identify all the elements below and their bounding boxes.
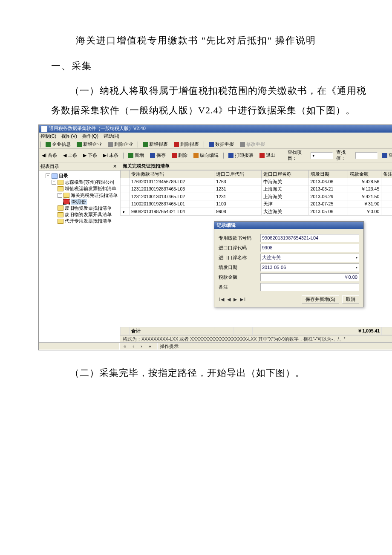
btn-first[interactable]: ◀Ⅰ 首条 — [40, 152, 58, 159]
toolbar-primary: 企业信息 新增企业 删除企业 新增报表 删除报表 数据申报 修改申报 — [39, 140, 392, 149]
tree-item[interactable]: 代开专用发票抵扣清单 — [65, 218, 112, 224]
col-marker — [121, 170, 130, 178]
table-row[interactable]: 123120130130137465-L021231上海海关2013-06-29… — [121, 193, 392, 200]
btn-last[interactable]: ▶Ⅰ 末条 — [102, 152, 120, 159]
menu-operate[interactable]: 操作(Q) — [82, 133, 98, 139]
x-icon — [174, 142, 179, 147]
btn-del-report[interactable]: 删除报表 — [173, 141, 200, 147]
dropdown-icon[interactable]: ▾ — [356, 256, 357, 260]
status-hint: 操作提示 — [158, 343, 392, 350]
btn-add-row[interactable]: 新增 — [127, 152, 145, 159]
input-port-name[interactable]: 大连海关▾ — [260, 254, 359, 262]
printer-icon — [228, 153, 233, 158]
screenshot-window: 通用税务数据采集软件（一般纳税人版）V2.40 控制(C) 视图(V) 操作(Q… — [38, 124, 392, 350]
menu-bar: 控制(C) 视图(V) 操作(Q) 帮助(H) — [39, 133, 392, 140]
dialog-title: 记录编辑 — [214, 222, 363, 229]
tree-item[interactable]: 海关完税凭证抵扣清单 — [71, 193, 118, 198]
col-port-name[interactable]: 进口口岸名称 — [261, 170, 308, 178]
input-remark[interactable] — [260, 283, 359, 291]
plus-icon — [128, 153, 133, 158]
label-port-code: 进口口岸代码 — [219, 245, 257, 251]
input-number[interactable]: 990820131987654321-L04 — [260, 234, 359, 242]
data-grid: 专用缴款书号码 进口口岸代码 进口口岸名称 填发日期 税款金额 备注 17632… — [120, 170, 392, 335]
dialog-save-button[interactable]: 保存并新增(S) — [302, 295, 339, 304]
status-bar: « ‹ › » 操作提示 — [39, 342, 392, 350]
status-nav-arrows[interactable]: « ‹ › » — [120, 343, 158, 350]
col-port-code[interactable]: 进口口岸代码 — [214, 170, 262, 178]
input-date[interactable]: 2013-05-06▾ — [260, 263, 359, 272]
toolbar-secondary: ◀Ⅰ 首条 ◀ 上条 ▶ 下条 ▶Ⅰ 末条 新增 保存 删除 纵向编辑 打印报表… — [39, 149, 392, 162]
btn-new-report[interactable]: 新增报表 — [141, 141, 169, 147]
edit-icon — [240, 142, 245, 147]
tree-item-current[interactable]: 08月份 — [71, 199, 87, 205]
app-icon — [41, 126, 47, 132]
table-row[interactable]: 110020130192837465-L011100天津2013-07-25￥3… — [121, 200, 392, 208]
dialog-cancel-button[interactable]: 取消 — [342, 295, 359, 304]
section-heading-1: 一、采集 — [51, 60, 366, 72]
table-row[interactable]: 123120130192837465-L031231上海海关2013-03-21… — [121, 185, 392, 193]
input-amount[interactable]: ￥0.00 — [260, 273, 359, 281]
sum-label: 合计 — [130, 327, 195, 335]
tree-item[interactable]: 增值税运输发票抵扣清单 — [65, 186, 116, 191]
trash-icon — [108, 142, 113, 147]
btn-save[interactable]: 保存 — [149, 152, 167, 159]
dialog-nav-buttons[interactable]: Ⅰ◀ ◀ ▶ ▶Ⅰ — [219, 297, 246, 302]
plus-icon — [143, 142, 148, 147]
btn-ent-info[interactable]: 企业信息 — [44, 141, 72, 147]
tree-item[interactable]: 废旧物资发票抵扣清单 — [65, 205, 112, 211]
find-value-input[interactable] — [355, 152, 378, 159]
window-titlebar: 通用税务数据采集软件（一般纳税人版）V2.40 — [39, 125, 392, 133]
btn-data-declare[interactable]: 数据申报 — [208, 141, 235, 147]
record-edit-dialog: 记录编辑 专用缴款书号码990820131987654321-L04 进口口岸代… — [214, 221, 364, 307]
label-find-value: 查找值： — [336, 150, 352, 161]
btn-next[interactable]: ▶ 下条 — [82, 152, 98, 159]
tree-company[interactable]: 志森橡塑(苏州)有限公司 — [65, 179, 115, 185]
folder-icon — [58, 219, 63, 224]
paragraph-1: （一）纳税人将取得属于增值税扣税范围的海关缴款书，在《通用税务数据采集软件（一般… — [51, 81, 366, 120]
dropdown-icon[interactable]: ▾ — [356, 266, 357, 270]
doc-title: 海关进口增值税专用缴款书 "先比对后抵扣" 操作说明 — [26, 34, 366, 47]
label-amount: 税款金额 — [219, 275, 257, 280]
label-find-item: 查找项目： — [288, 150, 307, 161]
folder-selected-icon — [63, 199, 69, 204]
btn-add-ent[interactable]: 新增企业 — [75, 141, 103, 147]
folder-icon — [58, 186, 63, 191]
tree-root[interactable]: 目录 — [59, 173, 68, 179]
input-port-code[interactable]: 9908 — [260, 244, 359, 252]
table-row[interactable]: 176320131123456789-L021763中海海关2013-06-06… — [121, 178, 392, 185]
tree-close-icon[interactable]: ✕ — [112, 163, 118, 170]
format-hint: 格式为：XXXXXXXXX-LXX 或者 XXXXXXXXXXXXXXXXXXX… — [120, 335, 392, 343]
table-row[interactable]: ▸990820131987654321-L049908大连海关2013-05-0… — [121, 208, 392, 215]
btn-print[interactable]: 打印报表 — [227, 152, 255, 159]
btn-mod-declare[interactable]: 修改申报 — [239, 141, 266, 147]
col-remark[interactable]: 备注 — [381, 170, 392, 178]
folder-icon — [52, 173, 58, 179]
folder-icon — [58, 212, 63, 217]
label-number: 专用缴款书号码 — [219, 235, 257, 241]
col-date[interactable]: 填发日期 — [308, 170, 348, 178]
btn-batch[interactable]: 纵向编辑 — [192, 152, 220, 159]
columns-icon — [193, 153, 199, 158]
col-number[interactable]: 专用缴款书号码 — [130, 170, 214, 178]
info-icon — [46, 142, 51, 147]
btn-exit[interactable]: 退出 — [258, 152, 277, 159]
exit-icon — [259, 153, 265, 158]
folder-icon — [63, 193, 69, 198]
tree-item[interactable]: 废旧物资发票开具清单 — [65, 212, 112, 217]
label-date: 填发日期 — [219, 265, 257, 270]
plus-icon — [77, 142, 82, 147]
btn-find[interactable]: 查找 — [381, 152, 392, 159]
label-remark: 备注 — [219, 284, 257, 290]
upload-icon — [209, 142, 214, 147]
window-title: 通用税务数据采集软件（一般纳税人版）V2.40 — [49, 126, 146, 131]
find-item-select[interactable] — [311, 152, 333, 159]
paragraph-2: （二）采集完毕，按指定路径，开始导出（如下图）。 — [51, 363, 366, 383]
col-amount[interactable]: 税款金额 — [348, 170, 381, 178]
menu-help[interactable]: 帮助(H) — [104, 133, 119, 139]
btn-del-ent[interactable]: 删除企业 — [107, 141, 134, 147]
menu-control[interactable]: 控制(C) — [40, 133, 56, 139]
btn-del[interactable]: 删除 — [170, 152, 189, 159]
disk-icon — [150, 153, 155, 158]
menu-view[interactable]: 视图(V) — [61, 133, 77, 139]
btn-prev[interactable]: ◀ 上条 — [62, 152, 78, 159]
